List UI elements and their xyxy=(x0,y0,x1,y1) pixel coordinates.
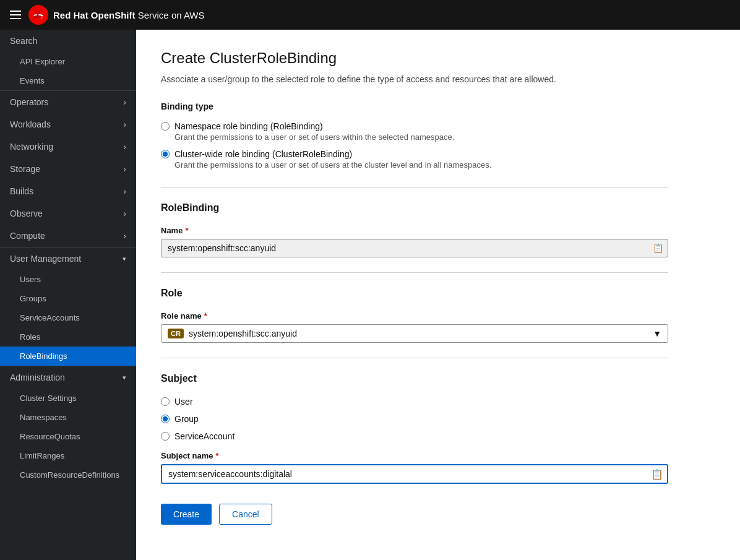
cr-badge: CR xyxy=(168,329,184,338)
role-name-label: Role name * xyxy=(161,311,668,321)
subject-name-field: Subject name * 📋 xyxy=(161,451,668,484)
sidebar-sub-cluster-settings[interactable]: Cluster Settings xyxy=(0,389,136,408)
chevron-right-icon xyxy=(123,186,126,196)
sidebar-item-events[interactable]: Events xyxy=(0,71,136,90)
sidebar-item-networking[interactable]: Networking xyxy=(0,136,136,158)
sidebar-sub-crd[interactable]: CustomResourceDefinitions xyxy=(0,465,136,485)
role-name-select[interactable]: CR system:openshift:scc:anyuid ▼ xyxy=(161,324,668,343)
sidebar-sub-serviceaccounts[interactable]: ServiceAccounts xyxy=(0,308,136,327)
sidebar-item-operators[interactable]: Operators xyxy=(0,91,136,113)
radio-group-binding: Namespace role binding (RoleBinding) Gra… xyxy=(161,121,668,170)
subject-user-label[interactable]: User xyxy=(174,397,193,407)
create-button[interactable]: Create xyxy=(161,504,212,525)
radio-group-subject: User Group ServiceAccount xyxy=(161,397,668,441)
binding-type-section: Binding type Namespace role binding (Rol… xyxy=(161,101,668,170)
subject-group-label[interactable]: Group xyxy=(174,414,199,424)
button-row: Create Cancel xyxy=(161,504,668,525)
subject-section: Subject User Group ServiceAccount xyxy=(161,373,668,484)
cancel-button[interactable]: Cancel xyxy=(219,504,272,525)
redhat-logo-icon xyxy=(28,5,48,25)
subject-section-title: Subject xyxy=(161,373,668,384)
rolebinding-section-title: RoleBinding xyxy=(161,202,668,213)
cluster-radio-desc: Grant the permissions to a user or set o… xyxy=(161,160,668,170)
binding-type-label: Binding type xyxy=(161,101,668,111)
chevron-right-icon xyxy=(123,164,126,174)
subject-name-label: Subject name * xyxy=(161,451,668,460)
sidebar-sub-rolebindings[interactable]: RoleBindings xyxy=(0,347,136,366)
chevron-right-icon xyxy=(123,209,126,218)
subject-serviceaccount-radio[interactable] xyxy=(161,432,170,441)
role-section-title: Role xyxy=(161,288,668,299)
name-field: Name * 📋 xyxy=(161,226,668,257)
sidebar-sub-resource-quotas[interactable]: ResourceQuotas xyxy=(0,427,136,446)
sidebar-sub-groups[interactable]: Groups xyxy=(0,289,136,308)
hamburger-menu[interactable] xyxy=(10,11,21,19)
brand-text: Red Hat OpenShift Service on AWS xyxy=(53,10,205,20)
namespace-radio-desc: Grant the permissions to a user or set o… xyxy=(161,132,668,142)
sidebar-item-administration[interactable]: Administration xyxy=(0,366,136,389)
namespace-radio[interactable] xyxy=(161,122,170,131)
main-content: Create ClusterRoleBinding Associate a us… xyxy=(136,30,740,560)
subject-group-radio[interactable] xyxy=(161,415,170,423)
chevron-right-icon xyxy=(123,142,126,152)
chevron-down-icon xyxy=(123,255,126,263)
chevron-right-icon xyxy=(123,119,126,129)
sidebar: Search API Explorer Events Operators Wor… xyxy=(0,30,136,560)
namespace-radio-label[interactable]: Namespace role binding (RoleBinding) xyxy=(174,121,323,131)
radio-option-cluster: Cluster-wide role binding (ClusterRoleBi… xyxy=(161,149,668,170)
sidebar-item-storage[interactable]: Storage xyxy=(0,158,136,180)
sidebar-item-workloads[interactable]: Workloads xyxy=(0,113,136,136)
sidebar-item-search[interactable]: Search xyxy=(0,30,136,52)
sidebar-sub-limit-ranges[interactable]: LimitRanges xyxy=(0,446,136,465)
top-nav: Red Hat OpenShift Service on AWS xyxy=(0,0,740,30)
subject-serviceaccount-label[interactable]: ServiceAccount xyxy=(174,431,234,441)
dropdown-icon: ▼ xyxy=(653,329,661,338)
cluster-radio-label[interactable]: Cluster-wide role binding (ClusterRoleBi… xyxy=(174,149,352,159)
sidebar-sub-roles[interactable]: Roles xyxy=(0,327,136,347)
paste-icon[interactable]: 📋 xyxy=(651,468,663,480)
role-name-value: system:openshift:scc:anyuid xyxy=(189,329,297,338)
sidebar-item-user-management[interactable]: User Management xyxy=(0,248,136,270)
name-label: Name * xyxy=(161,226,668,235)
sidebar-item-observe[interactable]: Observe xyxy=(0,202,136,225)
subject-user-radio[interactable] xyxy=(161,397,170,406)
name-input[interactable] xyxy=(161,239,668,257)
sidebar-sub-users[interactable]: Users xyxy=(0,270,136,289)
sidebar-item-api-explorer[interactable]: API Explorer xyxy=(0,52,136,71)
sidebar-item-compute[interactable]: Compute xyxy=(0,225,136,247)
sidebar-item-builds[interactable]: Builds xyxy=(0,180,136,202)
name-input-wrapper: 📋 xyxy=(161,239,668,257)
chevron-right-icon xyxy=(123,231,126,241)
brand: Red Hat OpenShift Service on AWS xyxy=(28,5,205,25)
page-title: Create ClusterRoleBinding xyxy=(161,50,668,67)
copy-icon[interactable]: 📋 xyxy=(653,243,663,253)
subject-name-input[interactable] xyxy=(161,464,668,484)
form-container: Create ClusterRoleBinding Associate a us… xyxy=(136,30,693,545)
sidebar-sub-namespaces[interactable]: Namespaces xyxy=(0,408,136,427)
chevron-down-icon xyxy=(123,374,126,382)
role-name-field: Role name * CR system:openshift:scc:anyu… xyxy=(161,311,668,343)
cluster-radio[interactable] xyxy=(161,150,170,158)
chevron-right-icon xyxy=(123,97,126,107)
page-description: Associate a user/group to the selected r… xyxy=(161,74,668,84)
radio-option-namespace: Namespace role binding (RoleBinding) Gra… xyxy=(161,121,668,142)
subject-name-input-wrapper: 📋 xyxy=(161,464,668,484)
